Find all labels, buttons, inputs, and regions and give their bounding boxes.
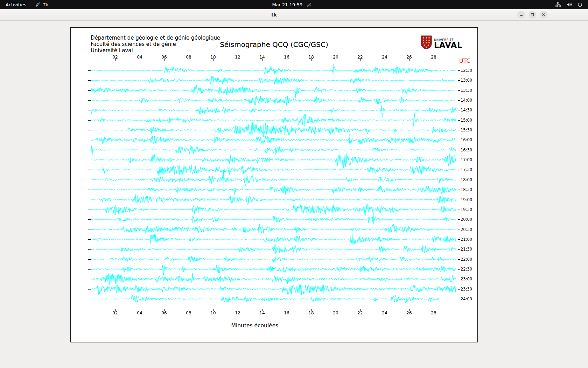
x-tick-label-bottom: 26 bbox=[404, 311, 414, 315]
row-left-tick bbox=[88, 180, 91, 180]
x-tick-mark-top bbox=[164, 59, 164, 61]
row-left-tick bbox=[88, 140, 91, 140]
x-tick-label-bottom: 16 bbox=[281, 311, 292, 315]
x-tick-label-bottom: 08 bbox=[183, 311, 194, 315]
x-tick-label-bottom: 18 bbox=[306, 311, 316, 315]
volume-icon bbox=[567, 2, 572, 7]
app-indicator-label: Tk bbox=[43, 2, 48, 7]
row-time-label: 16:00 bbox=[461, 138, 472, 142]
utc-axis-label: UTC bbox=[459, 57, 470, 64]
x-tick-mark-top bbox=[385, 59, 385, 61]
row-time-label: 16:30 bbox=[461, 148, 472, 152]
logo-laval-label: LAVAL bbox=[434, 42, 462, 48]
tk-app-icon bbox=[35, 2, 40, 7]
row-left-tick bbox=[88, 289, 91, 289]
row-left-tick bbox=[88, 150, 91, 150]
x-tick-mark-top bbox=[311, 59, 312, 61]
top-bar: Activities Tk Mar 21 19:59 bbox=[0, 0, 588, 9]
row-right-tick bbox=[458, 110, 460, 110]
row-right-tick bbox=[458, 249, 460, 250]
system-status-area[interactable] bbox=[555, 2, 588, 7]
row-right-tick bbox=[458, 289, 460, 289]
x-tick-mark-top bbox=[434, 59, 434, 61]
row-time-label: 20:00 bbox=[461, 217, 472, 222]
row-right-tick bbox=[458, 90, 460, 91]
power-icon bbox=[578, 2, 582, 7]
row-time-label: 18:00 bbox=[461, 178, 472, 182]
row-left-tick bbox=[88, 269, 91, 270]
row-right-tick bbox=[458, 219, 460, 220]
row-time-label: 20:30 bbox=[461, 227, 472, 232]
row-time-label: 13:00 bbox=[461, 78, 472, 82]
bell-crossed-icon bbox=[307, 2, 311, 7]
row-time-label: 23:30 bbox=[461, 287, 472, 291]
row-time-label: 24:00 bbox=[461, 297, 472, 301]
x-tick-mark-top bbox=[336, 59, 336, 61]
x-tick-mark-top bbox=[140, 59, 140, 61]
x-tick-label-bottom: 06 bbox=[159, 311, 169, 315]
x-tick-mark-top bbox=[189, 59, 189, 61]
row-time-label: 14:30 bbox=[461, 108, 472, 112]
maximize-button[interactable] bbox=[528, 11, 536, 19]
clock-label: Mar 21 19:59 bbox=[272, 2, 302, 7]
row-left-tick bbox=[88, 219, 91, 220]
row-right-tick bbox=[458, 210, 460, 210]
row-time-label: 17:30 bbox=[461, 168, 472, 172]
row-left-tick bbox=[88, 130, 91, 130]
row-left-tick bbox=[88, 249, 91, 250]
row-right-tick bbox=[458, 200, 460, 200]
row-right-tick bbox=[458, 279, 460, 279]
x-tick-mark-top bbox=[262, 59, 262, 61]
row-right-tick bbox=[458, 170, 460, 170]
row-right-tick bbox=[458, 180, 460, 180]
x-tick-mark-top bbox=[115, 59, 115, 61]
row-time-label: 12:30 bbox=[461, 68, 472, 73]
row-left-tick bbox=[88, 90, 91, 91]
row-left-tick bbox=[88, 190, 91, 190]
row-left-tick bbox=[88, 230, 91, 230]
row-time-label: 14:00 bbox=[461, 98, 472, 102]
x-tick-mark-top bbox=[238, 59, 238, 61]
row-right-tick bbox=[458, 100, 460, 101]
x-tick-label-bottom: 04 bbox=[134, 311, 145, 315]
row-time-label: 17:00 bbox=[461, 158, 472, 162]
row-time-label: 22:30 bbox=[461, 267, 472, 271]
row-right-tick bbox=[458, 239, 460, 240]
row-left-tick bbox=[88, 200, 91, 200]
row-right-tick bbox=[458, 140, 460, 140]
row-time-label: 19:00 bbox=[461, 198, 472, 202]
window-title: tk bbox=[271, 12, 277, 18]
row-left-tick bbox=[88, 110, 91, 110]
row-right-tick bbox=[458, 120, 460, 121]
close-button[interactable] bbox=[540, 11, 547, 19]
row-right-tick bbox=[458, 160, 460, 160]
minimize-button[interactable] bbox=[517, 11, 525, 19]
x-tick-label-bottom: 14 bbox=[257, 311, 267, 315]
row-right-tick bbox=[458, 130, 460, 130]
row-left-tick bbox=[88, 80, 91, 81]
row-left-tick bbox=[88, 120, 91, 121]
row-time-label: 15:00 bbox=[461, 118, 472, 122]
clock-menu[interactable]: Mar 21 19:59 bbox=[272, 0, 311, 9]
row-right-tick bbox=[458, 259, 460, 260]
row-time-label: 19:30 bbox=[461, 207, 472, 212]
x-tick-mark-top bbox=[287, 59, 287, 61]
x-tick-label-bottom: 12 bbox=[232, 311, 243, 315]
row-right-tick bbox=[458, 190, 460, 190]
app-indicator[interactable]: Tk bbox=[35, 2, 48, 7]
desktop: Activities Tk Mar 21 19:59 bbox=[0, 0, 588, 368]
x-tick-label-bottom: 24 bbox=[379, 311, 390, 315]
row-left-tick bbox=[88, 259, 91, 260]
row-right-tick bbox=[458, 299, 460, 299]
row-time-label: 15:30 bbox=[461, 128, 472, 132]
row-right-tick bbox=[458, 269, 460, 270]
row-right-tick bbox=[458, 150, 460, 150]
x-tick-label-bottom: 28 bbox=[428, 311, 439, 315]
row-left-tick bbox=[88, 100, 91, 101]
window-titlebar[interactable]: tk bbox=[0, 9, 588, 21]
figure-window: Département de géologie et de génie géol… bbox=[70, 27, 478, 342]
activities-button[interactable]: Activities bbox=[6, 2, 26, 7]
row-time-label: 23:00 bbox=[461, 277, 472, 281]
row-time-label: 13:30 bbox=[461, 88, 472, 93]
row-right-tick bbox=[458, 70, 460, 71]
